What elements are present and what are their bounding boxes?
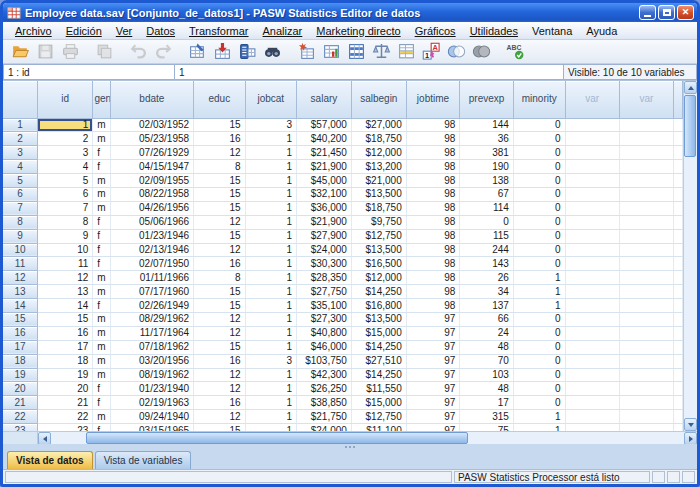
tab-variable-view[interactable]: Vista de variables — [95, 451, 192, 469]
cell-21-jobcat[interactable]: 1 — [245, 396, 297, 410]
row-header-5[interactable]: 5 — [3, 174, 38, 188]
weight-cases-button[interactable] — [369, 41, 394, 63]
cell-20-prevexp[interactable]: 48 — [460, 382, 514, 396]
cell-19-bdate[interactable]: 08/19/1962 — [110, 368, 193, 382]
cell-9-prevexp[interactable]: 115 — [460, 229, 514, 243]
row-header-7[interactable]: 7 — [3, 201, 38, 215]
menu-ver[interactable]: Ver — [109, 24, 140, 38]
cell-4-prevexp[interactable]: 190 — [460, 160, 514, 174]
cell-reference-box[interactable]: 1 : id — [3, 64, 175, 80]
cell-6-educ[interactable]: 15 — [194, 187, 245, 201]
cell-2-educ[interactable]: 16 — [194, 132, 245, 146]
cell-11-salbegin[interactable]: $16,500 — [351, 257, 406, 271]
cell-6-bdate[interactable]: 08/22/1958 — [110, 187, 193, 201]
cell-8-salary[interactable]: $21,900 — [297, 215, 352, 229]
cell-22-gender[interactable]: m — [93, 410, 110, 424]
cell-18-salbegin[interactable]: $27,510 — [351, 354, 406, 368]
tab-data-view[interactable]: Vista de datos — [7, 451, 93, 469]
cell-17-id[interactable]: 17 — [38, 340, 93, 354]
cell-16-var1[interactable] — [565, 326, 619, 340]
cell-21-minority[interactable]: 0 — [513, 396, 565, 410]
cell-12-minority[interactable]: 1 — [513, 271, 565, 285]
menu-ayuda[interactable]: Ayuda — [579, 24, 624, 38]
cell-18-jobtime[interactable]: 97 — [406, 354, 460, 368]
cell-6-var1[interactable] — [565, 187, 619, 201]
cell-4-educ[interactable]: 8 — [194, 160, 245, 174]
cell-17-educ[interactable]: 15 — [194, 340, 245, 354]
cell-2-minority[interactable]: 0 — [513, 132, 565, 146]
cell-12-gender[interactable]: m — [93, 271, 110, 285]
cell-5-prevexp[interactable]: 138 — [460, 174, 514, 188]
cell-17-gender[interactable]: m — [93, 340, 110, 354]
find-button[interactable] — [260, 41, 285, 63]
cell-3-bdate[interactable]: 07/26/1929 — [110, 146, 193, 160]
column-header-salary[interactable]: salary — [297, 81, 352, 118]
horizontal-scroll-thumb[interactable] — [86, 432, 468, 444]
cell-11-prevexp[interactable]: 143 — [460, 257, 514, 271]
cell-14-gender[interactable]: f — [93, 299, 110, 313]
cell-16-var2[interactable] — [619, 326, 673, 340]
cell-20-bdate[interactable]: 01/23/1940 — [110, 382, 193, 396]
cell-5-salbegin[interactable]: $21,000 — [351, 174, 406, 188]
cell-22-jobcat[interactable]: 1 — [245, 410, 297, 424]
cell-23-salbegin[interactable]: $11,100 — [351, 424, 406, 431]
column-header-id[interactable]: id — [38, 81, 93, 118]
cell-3-var2[interactable] — [619, 146, 673, 160]
column-header-prevexp[interactable]: prevexp — [460, 81, 514, 118]
cell-2-id[interactable]: 2 — [38, 132, 93, 146]
cell-11-educ[interactable]: 16 — [194, 257, 245, 271]
column-header-var1[interactable]: var — [565, 81, 619, 118]
variables-button[interactable] — [235, 41, 260, 63]
cell-8-prevexp[interactable]: 0 — [460, 215, 514, 229]
value-labels-button[interactable]: A1 — [419, 41, 444, 63]
row-header-11[interactable]: 11 — [3, 257, 38, 271]
cell-16-prevexp[interactable]: 24 — [460, 326, 514, 340]
row-header-15[interactable]: 15 — [3, 312, 38, 326]
cell-12-var1[interactable] — [565, 271, 619, 285]
column-header-minority[interactable]: minority — [513, 81, 565, 118]
cell-14-prevexp[interactable]: 137 — [460, 299, 514, 313]
cell-5-gender[interactable]: m — [93, 174, 110, 188]
insert-cases-button[interactable] — [294, 41, 319, 63]
row-header-19[interactable]: 19 — [3, 368, 38, 382]
cell-5-jobcat[interactable]: 1 — [245, 174, 297, 188]
cell-6-jobcat[interactable]: 1 — [245, 187, 297, 201]
cell-21-jobtime[interactable]: 97 — [406, 396, 460, 410]
cell-21-educ[interactable]: 16 — [194, 396, 245, 410]
row-header-1[interactable]: 1 — [3, 118, 38, 132]
row-header-6[interactable]: 6 — [3, 187, 38, 201]
cell-9-bdate[interactable]: 01/23/1946 — [110, 229, 193, 243]
cell-13-educ[interactable]: 15 — [194, 285, 245, 299]
cell-5-educ[interactable]: 15 — [194, 174, 245, 188]
cell-18-prevexp[interactable]: 70 — [460, 354, 514, 368]
cell-5-salary[interactable]: $45,000 — [297, 174, 352, 188]
title-bar[interactable]: Employee data.sav [Conjunto_de_datos1] -… — [3, 3, 697, 22]
column-header-var2[interactable]: var — [619, 81, 673, 118]
cell-9-salbegin[interactable]: $12,750 — [351, 229, 406, 243]
cell-7-minority[interactable]: 0 — [513, 201, 565, 215]
cell-11-bdate[interactable]: 02/07/1950 — [110, 257, 193, 271]
cell-23-bdate[interactable]: 03/15/1965 — [110, 424, 193, 431]
cell-12-salbegin[interactable]: $12,000 — [351, 271, 406, 285]
cell-12-educ[interactable]: 8 — [194, 271, 245, 285]
cell-17-bdate[interactable]: 07/18/1962 — [110, 340, 193, 354]
cell-4-jobcat[interactable]: 1 — [245, 160, 297, 174]
cell-5-jobtime[interactable]: 98 — [406, 174, 460, 188]
maximize-button[interactable] — [658, 5, 675, 20]
cell-23-jobtime[interactable]: 97 — [406, 424, 460, 431]
cell-7-educ[interactable]: 15 — [194, 201, 245, 215]
vertical-scrollbar[interactable] — [683, 81, 697, 431]
cell-6-prevexp[interactable]: 67 — [460, 187, 514, 201]
row-header-10[interactable]: 10 — [3, 243, 38, 257]
cell-10-minority[interactable]: 0 — [513, 243, 565, 257]
cell-11-salary[interactable]: $30,300 — [297, 257, 352, 271]
cell-15-salbegin[interactable]: $13,500 — [351, 312, 406, 326]
scroll-down-button[interactable] — [684, 418, 697, 431]
cell-16-jobcat[interactable]: 1 — [245, 326, 297, 340]
cell-20-minority[interactable]: 0 — [513, 382, 565, 396]
cell-7-var1[interactable] — [565, 201, 619, 215]
cell-20-var2[interactable] — [619, 382, 673, 396]
cell-17-minority[interactable]: 0 — [513, 340, 565, 354]
cell-10-gender[interactable]: f — [93, 243, 110, 257]
cell-15-var1[interactable] — [565, 312, 619, 326]
